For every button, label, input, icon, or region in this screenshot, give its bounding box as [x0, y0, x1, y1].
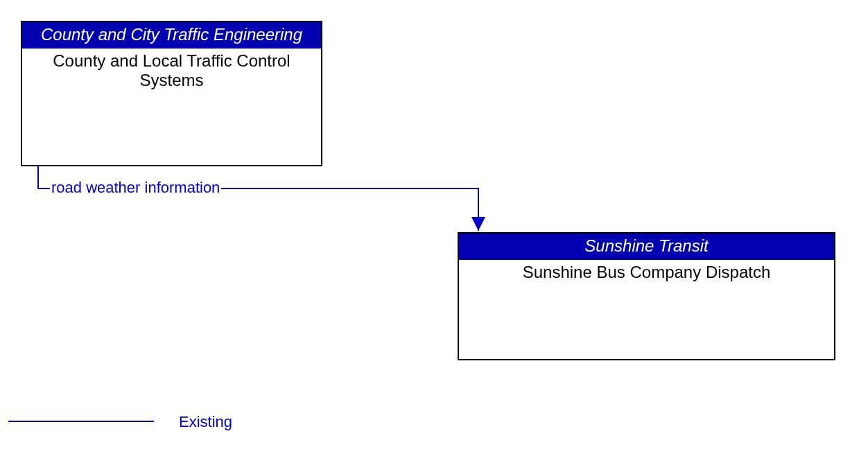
entity-body-sunshine: Sunshine Bus Company Dispatch — [459, 260, 834, 286]
entity-body-county: County and Local Traffic Control Systems — [22, 49, 321, 94]
flow-label: road weather information — [50, 179, 221, 197]
entity-box-county: County and City Traffic Engineering Coun… — [21, 21, 322, 166]
entity-box-sunshine: Sunshine Transit Sunshine Bus Company Di… — [458, 232, 835, 360]
legend-label: Existing — [179, 413, 232, 431]
flow-arrow — [38, 166, 478, 231]
entity-header-sunshine: Sunshine Transit — [459, 234, 834, 260]
entity-header-county: County and City Traffic Engineering — [22, 22, 321, 49]
